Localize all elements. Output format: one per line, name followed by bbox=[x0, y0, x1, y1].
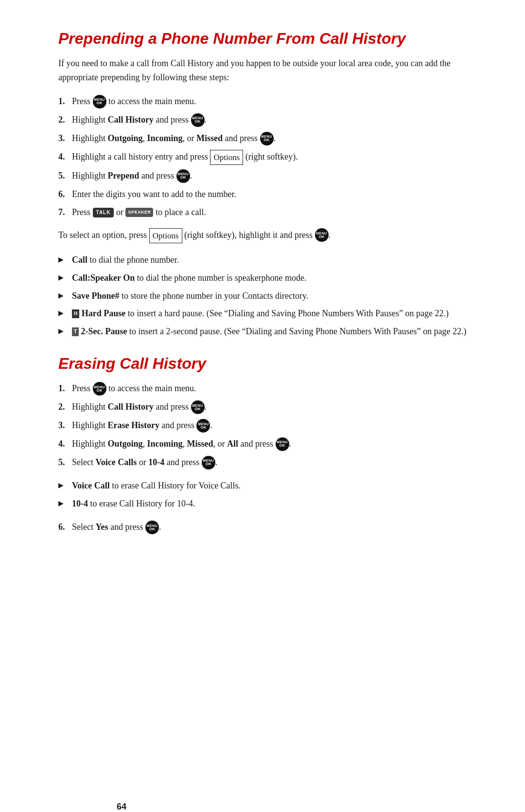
step-1-1: 1. Press MENUOK to access the main menu. bbox=[58, 94, 467, 109]
menu-ok-icon-3: MENUOK bbox=[260, 132, 274, 145]
step-1-4: 4. Highlight a call history entry and pr… bbox=[58, 150, 467, 165]
step-1-2: 2. Highlight Call History and press MENU… bbox=[58, 113, 467, 127]
section2-title: Erasing Call History bbox=[58, 354, 467, 373]
section1-bullets: Call to dial the phone number. Call:Spea… bbox=[58, 253, 467, 339]
bullet-call-speaker: Call:Speaker On to dial the phone number… bbox=[58, 271, 467, 285]
section1-title: Prepending a Phone Number From Call Hist… bbox=[58, 29, 467, 48]
erase-step-2: 2. Highlight Call History and press MENU… bbox=[58, 400, 467, 415]
bullet-call: Call to dial the phone number. bbox=[58, 253, 467, 267]
section1-intro: If you need to make a call from Call His… bbox=[58, 56, 467, 85]
erase-step-3: 3. Highlight Erase History and press MEN… bbox=[58, 418, 467, 433]
step-1-5: 5. Highlight Prepend and press MENUOK. bbox=[58, 169, 467, 183]
menu-ok-icon-e5: MENUOK bbox=[202, 456, 215, 469]
menu-ok-icon-1: MENUOK bbox=[93, 95, 106, 108]
section1-transition: To select an option, press Options (righ… bbox=[58, 228, 467, 243]
bullet-save-phone: Save Phone# to store the phone number in… bbox=[58, 289, 467, 303]
step-1-7: 7. Press TALK or SPEAKER to place a call… bbox=[58, 205, 467, 219]
menu-ok-icon-e1: MENUOK bbox=[93, 382, 106, 396]
menu-ok-icon-t: MENUOK bbox=[315, 228, 329, 242]
menu-ok-icon-e6: MENUOK bbox=[145, 521, 159, 534]
bullet-2sec-pause: T 2-Sec. Pause to insert a 2-second paus… bbox=[58, 325, 467, 339]
hard-pause-icon: H bbox=[72, 309, 79, 318]
speaker-button-icon: SPEAKER bbox=[125, 208, 153, 217]
erase-step-1: 1. Press MENUOK to access the main menu. bbox=[58, 381, 467, 396]
step-1-6: 6. Enter the digits you want to add to t… bbox=[58, 187, 467, 201]
section2-steps-list-2: 6. Select Yes and press MENUOK. bbox=[58, 520, 467, 535]
menu-ok-icon-e2: MENUOK bbox=[191, 400, 205, 414]
options-button-icon-2: Options bbox=[149, 228, 182, 243]
menu-ok-icon-e4: MENUOK bbox=[276, 437, 289, 451]
section2-steps-list: 1. Press MENUOK to access the main menu.… bbox=[58, 381, 467, 469]
erase-step-5: 5. Select Voice Calls or 10-4 and press … bbox=[58, 455, 467, 470]
section2-bullets: Voice Call to erase Call History for Voi… bbox=[58, 479, 467, 511]
options-button-icon: Options bbox=[210, 150, 243, 165]
bullet-voice-call: Voice Call to erase Call History for Voi… bbox=[58, 479, 467, 493]
talk-button-icon: TALK bbox=[93, 208, 114, 217]
section1-steps-list: 1. Press MENUOK to access the main menu.… bbox=[58, 94, 467, 219]
menu-ok-icon-2: MENUOK bbox=[191, 113, 205, 127]
erase-step-4: 4. Highlight Outgoing, Incoming, Missed,… bbox=[58, 437, 467, 451]
2sec-pause-icon: T bbox=[72, 327, 79, 336]
menu-ok-icon-5: MENUOK bbox=[176, 169, 190, 183]
bullet-hard-pause: H Hard Pause to insert a hard pause. (Se… bbox=[58, 307, 467, 321]
step-1-3: 3. Highlight Outgoing, Incoming, or Miss… bbox=[58, 131, 467, 146]
page-number: 64 bbox=[117, 802, 126, 812]
erase-step-6: 6. Select Yes and press MENUOK. bbox=[58, 520, 467, 535]
menu-ok-icon-e3: MENUOK bbox=[196, 419, 210, 433]
bullet-10-4: 10-4 to erase Call History for 10-4. bbox=[58, 497, 467, 511]
